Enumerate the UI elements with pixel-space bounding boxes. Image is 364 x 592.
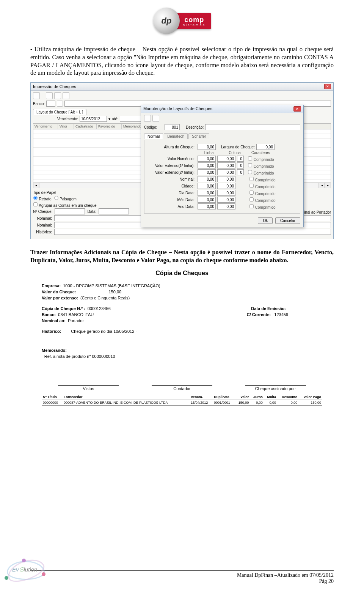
dlg-coluna-input[interactable] <box>217 176 235 182</box>
dlg-linha-input[interactable] <box>198 190 216 196</box>
radio-retrato[interactable]: Retrato <box>33 195 52 201</box>
chk-comprimido[interactable]: Comprimido <box>249 176 276 182</box>
chk-comprimido[interactable]: Comprimido <box>249 197 276 203</box>
venc-from-input[interactable] <box>80 116 107 122</box>
banco-copia-value: 0341 BANCO ITAU <box>58 312 94 317</box>
th-juros: Juros <box>250 394 264 400</box>
chk-comprimido[interactable]: Comprimido <box>248 170 274 175</box>
cc-label: C/ Corrente: <box>247 312 271 317</box>
dlg-linha-input[interactable] <box>198 183 216 189</box>
tab-schaffer[interactable]: Schaffer <box>188 133 209 139</box>
altura-input[interactable] <box>198 144 216 150</box>
banco-label: Banco: <box>33 102 45 106</box>
tab-normal[interactable]: Normal <box>144 133 163 139</box>
evolution-logo: Ev☉lution <box>4 558 53 588</box>
valor-cheque-value: 150,00 <box>108 290 121 294</box>
descricao-input[interactable] <box>205 124 300 130</box>
memo-value: - Ref. a nota de produto nº 0000000010 <box>42 354 115 359</box>
dlg-tool-icon-2[interactable] <box>152 115 159 122</box>
largura-input[interactable] <box>256 144 275 150</box>
dlg-tool-icon-1[interactable] <box>144 115 151 122</box>
chk-comprimido[interactable]: Comprimido <box>248 163 274 168</box>
copia-title: Cópia de Cheques <box>42 270 322 277</box>
dialog-layout-cheque: Manutenção de Layout's de Cheques ✕ Códi… <box>141 105 304 227</box>
scroll-step-right-icon[interactable]: ▸ <box>325 183 331 188</box>
dlg-row: Ano Data: Comprimido <box>147 203 298 209</box>
dlg-linha-input[interactable] <box>198 156 216 162</box>
dlg-coluna-input[interactable] <box>217 190 235 196</box>
historico-input[interactable] <box>54 229 331 235</box>
dlg-coluna-input[interactable] <box>217 162 235 168</box>
tool-icon-1[interactable] <box>46 92 53 99</box>
tool-icon-3[interactable] <box>63 92 69 99</box>
nominal-label-2: Nominal: <box>33 223 52 227</box>
dlg-coluna-input[interactable] <box>217 169 235 175</box>
venc-label: Vencimento: <box>57 117 78 121</box>
nominal-label-1: Nominal: <box>33 216 52 220</box>
chk-comprimido[interactable]: Comprimido <box>248 156 274 162</box>
dlg-row: Valor Extenso(1ª linha): Comprimido <box>147 162 298 168</box>
dlg-caract-input[interactable] <box>237 156 244 162</box>
dlg-row: Dia Data: Comprimido <box>147 190 298 196</box>
hist-value: Cheque gerado no dia 10/05/2012 - <box>71 329 137 334</box>
dlg-row-label: Valor Extenso(2ª linha): <box>147 170 196 175</box>
dlg-linha-input[interactable] <box>198 197 216 203</box>
copia-cheque-block: Cópia de Cheques Empresa:1000 - DPCOMP S… <box>42 270 322 406</box>
dlg-linha-input[interactable] <box>198 176 216 182</box>
dlg-row: Cidade: Comprimido <box>147 183 298 189</box>
dlg-linha-input[interactable] <box>198 203 216 209</box>
radio-paisagem[interactable]: Paisagem <box>54 195 77 201</box>
chk-comprimido[interactable]: Comprimido <box>249 183 276 189</box>
th-valorpago: Valor Pago <box>298 394 322 400</box>
data-input[interactable] <box>99 208 129 214</box>
dlg-linha-input[interactable] <box>198 162 216 168</box>
hist-label: Histórico: <box>42 329 61 334</box>
logo-header: comp sistemas <box>30 8 334 34</box>
cancel-button[interactable]: Cancelar <box>275 217 300 224</box>
sig-vistos: Vistos <box>58 385 119 391</box>
ncheque-input[interactable] <box>55 208 85 214</box>
tab-layout-cheque[interactable]: Layout do Cheque [ Alt + L ] <box>33 109 86 115</box>
empresa-label: Empresa: <box>42 283 61 288</box>
dlg-linha-input[interactable] <box>198 169 216 175</box>
dlg-row-label: Mês Data: <box>147 198 196 202</box>
banco-copia-label: Banco: <box>42 312 56 317</box>
page-footer: Manual DpFinan –Atualizado em 07/05/2012… <box>0 570 364 584</box>
copia-num-label: Cópia de Cheque N.º : <box>42 306 85 311</box>
dlg-row-label: Valor Extenso(1ª linha): <box>147 164 196 168</box>
ncheque-label: Nº Cheque: <box>33 209 52 214</box>
dlg-coluna-input[interactable] <box>217 156 235 162</box>
dlg-caract-input[interactable] <box>237 169 244 175</box>
chk-agrupar[interactable]: Agrupar as Contas em um cheque <box>33 202 97 208</box>
dlg-coluna-input[interactable] <box>217 203 235 209</box>
chk-comprimido[interactable]: Comprimido <box>249 190 276 196</box>
dlg-coluna-input[interactable] <box>217 183 235 189</box>
th-duplicata: Duplicata <box>213 394 235 400</box>
logo-sphere <box>153 8 180 34</box>
dlg-coluna-input[interactable] <box>217 197 235 203</box>
footer-line-2: Pág 20 <box>30 578 334 584</box>
tool-icon-2[interactable] <box>54 92 61 99</box>
lookup-icon[interactable] <box>57 101 63 107</box>
close-icon[interactable]: ✕ <box>324 84 331 89</box>
largura-label: Largura do Cheque: <box>221 145 255 149</box>
scroll-step-left-icon[interactable]: ◂ <box>319 183 325 188</box>
altura-label: Altura do Cheque: <box>147 145 196 149</box>
empresa-value: 1000 - DPCOMP SISTEMAS (BASE INTEGRAÇÃO) <box>63 283 160 288</box>
signatures: Vistos Contador Cheque assinado por: <box>42 385 322 391</box>
banco-input[interactable] <box>46 101 55 107</box>
scroll-left-icon[interactable]: ◂ <box>33 183 39 188</box>
codigo-input[interactable] <box>165 124 180 130</box>
cc-value: 123456 <box>274 312 288 317</box>
sig-contador: Contador <box>152 385 212 391</box>
historico-label: Histórico: <box>33 230 52 234</box>
dlg-caract-input[interactable] <box>237 162 244 168</box>
th-desconto: Desconto <box>277 394 298 400</box>
ok-button[interactable]: Ok <box>258 217 273 224</box>
extenso-label: Valor por extenso: <box>42 296 78 300</box>
dialog-close-icon[interactable]: ✕ <box>293 106 301 112</box>
print-icon[interactable] <box>33 92 40 99</box>
tab-bematech[interactable]: Bematech <box>164 133 188 139</box>
codigo-label: Código: <box>144 125 163 129</box>
chk-comprimido[interactable]: Comprimido <box>249 204 276 209</box>
